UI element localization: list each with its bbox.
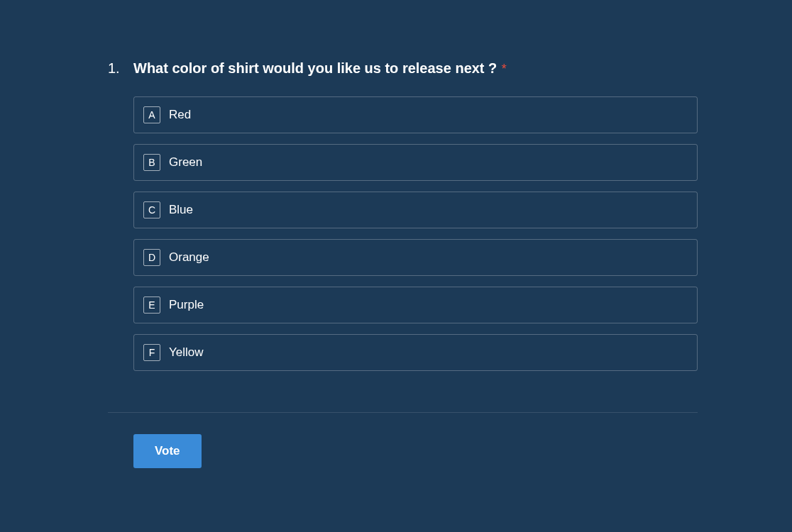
option-label: Green xyxy=(169,155,202,170)
option-letter: B xyxy=(143,154,160,171)
divider xyxy=(108,412,698,413)
option-blue[interactable]: C Blue xyxy=(133,192,698,228)
option-label: Orange xyxy=(169,250,209,265)
option-letter: E xyxy=(143,297,160,314)
question-row: 1. What color of shirt would you like us… xyxy=(108,58,698,78)
option-orange[interactable]: D Orange xyxy=(133,239,698,276)
option-label: Purple xyxy=(169,298,204,312)
option-letter: C xyxy=(143,201,160,218)
question-number: 1. xyxy=(108,58,133,78)
option-label: Red xyxy=(169,108,191,122)
option-green[interactable]: B Green xyxy=(133,144,698,181)
poll-container: 1. What color of shirt would you like us… xyxy=(0,0,792,468)
options-list: A Red B Green C Blue D Orange E Purple F… xyxy=(133,96,698,371)
option-letter: F xyxy=(143,344,160,361)
vote-button[interactable]: Vote xyxy=(133,434,202,468)
required-mark: * xyxy=(502,62,507,76)
option-label: Yellow xyxy=(169,345,204,360)
question-text: What color of shirt would you like us to… xyxy=(133,60,497,76)
option-letter: D xyxy=(143,249,160,266)
option-yellow[interactable]: F Yellow xyxy=(133,334,698,371)
option-letter: A xyxy=(143,106,160,123)
question-content: What color of shirt would you like us to… xyxy=(133,58,698,78)
option-label: Blue xyxy=(169,203,193,217)
option-red[interactable]: A Red xyxy=(133,96,698,133)
option-purple[interactable]: E Purple xyxy=(133,287,698,323)
